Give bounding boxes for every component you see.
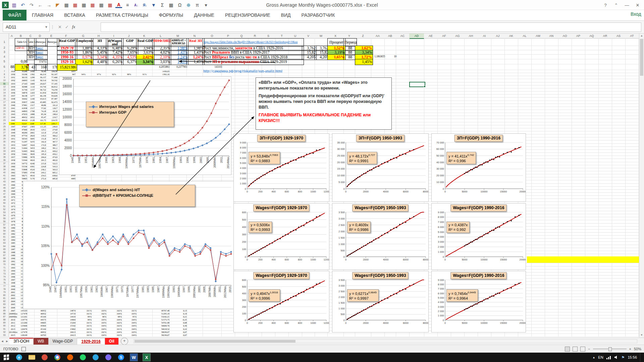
cell[interactable]: 36,722 [34,88,46,91]
column-header-AI[interactable]: AI [478,34,491,39]
column-header-I[interactable]: I [106,34,122,39]
cell[interactable]: 1973 [9,205,15,208]
cell[interactable]: 45164 [34,327,46,330]
cell[interactable]: 46952 [34,330,46,334]
cell[interactable]: 1961 [9,168,15,171]
cell[interactable]: 104% [121,324,137,327]
row-header-5[interactable]: 5 [0,59,9,64]
cell[interactable]: 102% [106,321,122,324]
cell[interactable]: 2006 [9,306,15,309]
cell[interactable]: 1968 [9,189,15,192]
cell[interactable]: 101% [75,330,92,334]
column-header-AF[interactable]: AF [437,34,451,39]
cell[interactable]: 3453 [27,146,35,149]
annotation-textbox[interactable]: «ВВП» или «GDP», «Оплата труда» или «Wag… [256,77,392,130]
cell[interactable]: 47633 [15,113,28,116]
cell[interactable]: 104% [91,324,107,327]
cell-K5[interactable]: 3,34% [136,59,154,65]
chart-derivative[interactable]: 95%100%105%110%115%120%194519471949Max19… [23,181,234,309]
cell-I5[interactable]: 6,26% [106,59,123,65]
cell[interactable]: 1931 [9,76,15,79]
cell[interactable]: 101% [75,334,92,337]
worksheet-grid[interactable]: ABCDEFGHIJKLMNOPQRSTUVWXYZAAABACADAEAFAG… [0,34,644,338]
column-header-AK[interactable]: AK [504,34,518,39]
cell[interactable]: 1299 [27,76,35,79]
cell[interactable]: 121260 [15,321,28,324]
cell[interactable]: 1971 [9,198,15,201]
cell[interactable]: 215,9 [34,162,46,165]
cell[interactable]: 224,8 [34,165,46,168]
cell[interactable]: 54701,98 [152,321,170,324]
column-header-D[interactable]: D [34,34,46,39]
chart-s9[interactable]: 01 0002 0003 0004 0005 0006 0007 0008 00… [431,271,526,333]
cell[interactable]: 2824 [27,134,35,137]
column-header-AL[interactable]: AL [518,34,532,39]
cell[interactable]: 1951 [9,137,15,140]
cell[interactable]: 126,7 [46,107,58,110]
cell[interactable]: 56609,70 [152,324,170,327]
chart-s4[interactable]: 0100200300400500600020040060080010001200… [233,203,329,270]
cell[interactable]: 254,5 [34,174,46,177]
cell[interactable]: 56618,52 [152,327,170,330]
cell[interactable]: 51575,75 [152,318,170,321]
cell[interactable]: 104% [121,327,137,330]
cell[interactable]: 43,013 [34,97,46,100]
cell[interactable]: 1993 [9,266,15,269]
column-header-Z[interactable]: Z [355,34,371,39]
cell[interactable]: 1888 [27,113,35,116]
cell[interactable]: 0,08 [169,321,187,324]
cell[interactable]: 52224 [15,122,28,125]
cell[interactable]: 2000 [9,288,15,291]
cell[interactable]: 102% [91,330,107,334]
cell[interactable]: 58239,07 [152,334,170,337]
column-header-H[interactable]: H [91,34,106,39]
cell[interactable]: 99% [75,318,92,321]
cell[interactable]: 204,4 [34,156,46,159]
tab-рецензирование[interactable]: РЕЦЕНЗИРОВАНИЕ [220,10,276,20]
cell[interactable]: 101% [75,321,92,324]
cell[interactable]: 4744 [27,171,35,174]
tab-разметка страницы[interactable]: РАЗМЕТКА СТРАНИЦЫ [91,10,154,20]
cell[interactable]: 1708 [27,110,35,113]
cell-Z5[interactable]: 1,45% [355,59,373,65]
macro-record-icon[interactable] [21,347,26,351]
cell[interactable]: 95% [121,315,137,318]
cell[interactable]: 224,55 [46,119,58,122]
cell[interactable]: 57,165 [46,82,58,85]
cell[interactable]: 1991 [9,260,15,263]
cell[interactable]: 104% [91,327,107,330]
cell[interactable]: 2015 [9,334,15,337]
cell[interactable]: 274,8 [46,128,58,131]
cell[interactable]: 3255 [27,140,35,143]
cell[interactable]: 195,4 [34,153,46,156]
cell[interactable]: 101% [75,309,92,312]
horizontal-scrollbar[interactable] [133,339,637,343]
column-header-AR[interactable]: AR [598,34,612,39]
cell[interactable]: 14419 [57,315,76,318]
cell[interactable]: 117,49 [34,122,46,125]
cell[interactable]: 103% [121,330,137,334]
cell[interactable]: 58271 [15,174,28,177]
chart-s5[interactable]: 05001 0001 5002 0002 5003 0003 500020004… [332,203,429,270]
cell[interactable]: 181,3 [34,149,46,153]
media-app-icon[interactable] [39,353,50,361]
cell[interactable]: 1980 [9,226,15,229]
cell[interactable]: 391,1 [46,146,58,149]
cell[interactable]: 1975 [9,211,15,214]
cell[interactable]: 59,532 [46,79,58,82]
cell[interactable]: 1249 [27,97,35,100]
column-header-AP[interactable]: AP [572,34,585,39]
tab-вид[interactable]: ВИД [276,10,296,20]
column-header-K[interactable]: K [136,34,153,39]
cell[interactable]: 92,473 [46,101,58,104]
cell[interactable]: 53344 [15,159,28,162]
column-header-X[interactable]: X [327,34,344,39]
cell[interactable]: 1317 [27,104,35,107]
cell[interactable]: 522,5 [46,162,58,165]
cell[interactable]: 104% [121,318,137,321]
cell[interactable]: 172,9 [34,143,46,146]
cell[interactable]: 48452 [15,116,28,119]
cell[interactable]: 1943 [9,113,15,116]
cell[interactable]: 46,214 [34,73,46,76]
cell[interactable]: 127478 [15,312,28,315]
